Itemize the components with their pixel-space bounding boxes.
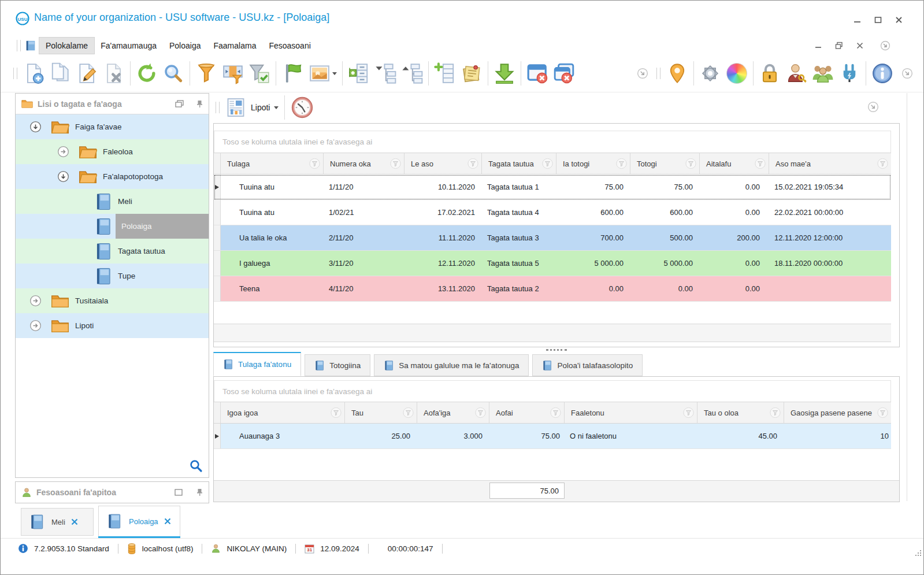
users-icon[interactable] [810, 60, 836, 87]
filter-funnel-icon[interactable] [877, 407, 888, 418]
filter-icon[interactable] [193, 60, 220, 87]
window-close-button[interactable] [891, 13, 906, 26]
filter-settings-icon[interactable] [220, 60, 246, 87]
menu-item-poloaiga[interactable]: Poloaiga [163, 38, 207, 54]
totogi-cell-with-warning[interactable]: 500.00 [630, 225, 700, 250]
settings-gear-icon[interactable] [697, 60, 723, 87]
filter-funnel-icon[interactable] [331, 407, 342, 418]
toolbar-grip[interactable] [17, 40, 21, 51]
column-header-gaosiga-pasene[interactable]: Gaosiga pasene pasene [784, 402, 891, 424]
tree-item-faiga-faavae[interactable]: Faiga fa'avae [16, 114, 209, 139]
copy-record-icon[interactable] [47, 60, 74, 87]
filter-funnel-icon[interactable] [390, 158, 401, 169]
tab-tulaga-faatonu[interactable]: Tulaga fa'atonu [213, 352, 301, 376]
pin-panel-icon[interactable] [196, 488, 203, 496]
filter-funnel-icon[interactable] [616, 158, 627, 169]
column-header-tagata-tautua[interactable]: Tagata tautua [482, 153, 556, 175]
image-mode-dropdown-caret[interactable] [332, 72, 337, 75]
filter-funnel-icon[interactable] [467, 158, 478, 169]
edit-record-icon[interactable] [74, 60, 101, 87]
column-header-igoa-igoa[interactable]: Igoa igoa [221, 402, 345, 424]
tree-item-faalapotopotoga[interactable]: Fa'alapotopotoga [16, 164, 209, 189]
table-row[interactable]: Tuuina atu 1/02/21 17.02.2021 Tagata tau… [214, 200, 891, 225]
doc-tab-meli[interactable]: Meli [21, 508, 94, 536]
column-header-faaletonu[interactable]: Faaletonu [565, 402, 697, 424]
tree-item-tupe[interactable]: Tupe [16, 264, 209, 288]
expand-groups-icon[interactable] [346, 60, 372, 87]
filter-funnel-icon[interactable] [309, 158, 320, 169]
filter-funnel-icon[interactable] [685, 158, 696, 169]
menu-item-faamaumauga[interactable]: Fa'amaumauga [94, 38, 163, 54]
search-icon[interactable] [160, 60, 187, 87]
column-header-ia-totogi[interactable]: Ia totogi [556, 153, 630, 175]
toolbar-grip[interactable] [13, 68, 17, 79]
tree-item-meli[interactable]: Meli [16, 189, 209, 214]
collapse-node-icon[interactable] [29, 121, 42, 133]
mdi-minimize-button[interactable] [810, 39, 826, 53]
menu-item-faamalama[interactable]: Faamalama [207, 38, 263, 54]
column-header-numera-oka[interactable]: Numera oka [324, 153, 405, 175]
menu-overflow-icon[interactable] [877, 39, 893, 53]
menu-item-polokalame[interactable]: Polokalame [39, 38, 94, 54]
column-header-aofaiga[interactable]: Aofa'iga [417, 402, 489, 424]
float-panel-icon[interactable] [175, 100, 184, 107]
flag-icon[interactable] [279, 60, 306, 87]
filter-apply-icon[interactable] [246, 60, 273, 87]
helper-panel-header[interactable]: Fesoasoani fa'apitoa [15, 481, 209, 503]
tree-item-lipoti[interactable]: Lipoti [16, 313, 209, 338]
time-report-icon[interactable] [291, 96, 314, 119]
filter-funnel-icon[interactable] [683, 407, 694, 418]
expand-node-icon[interactable] [29, 320, 42, 332]
pin-panel-icon[interactable] [196, 100, 203, 108]
column-header-le-aso[interactable]: Le aso [405, 153, 482, 175]
lock-icon[interactable] [756, 60, 783, 87]
notes-icon[interactable] [458, 60, 485, 87]
plugins-icon[interactable] [836, 60, 863, 87]
column-header-aso-maea[interactable]: Aso mae'a [769, 153, 891, 175]
column-header-aitalafu[interactable]: Aitalafu [700, 153, 769, 175]
toolbar-grip[interactable] [216, 102, 220, 113]
detail-table-row[interactable]: Auaunaga 3 25.00 3.000 75.00 O ni faalet… [214, 424, 891, 449]
tree-item-poloaiga-selected[interactable]: Poloaiga [16, 214, 209, 239]
window-minimize-button[interactable] [849, 13, 864, 26]
colors-icon[interactable] [723, 60, 750, 87]
window-maximize-button[interactable] [870, 13, 885, 26]
table-row[interactable]: Teena 4/11/20 13.11.2020 Tagata tautua 2… [214, 276, 891, 302]
column-header-tulaga[interactable]: Tulaga [221, 153, 324, 175]
export-icon[interactable] [491, 60, 518, 87]
column-header-tau[interactable]: Tau [345, 402, 417, 424]
image-mode-icon[interactable] [306, 60, 339, 87]
column-header-totogi[interactable]: Totogi [630, 153, 700, 175]
mdi-restore-button[interactable] [831, 39, 847, 53]
collapse-tree-icon[interactable] [372, 60, 399, 87]
close-tab-icon[interactable] [164, 518, 171, 525]
minimize-panel-icon[interactable] [175, 489, 183, 496]
collapse-node-icon[interactable] [57, 170, 69, 183]
user-permissions-icon[interactable] [783, 60, 810, 87]
column-header-aofai[interactable]: Aofai [489, 402, 565, 424]
filter-funnel-icon[interactable] [770, 407, 781, 418]
reports-button[interactable]: Lipoti [225, 97, 279, 118]
close-tab-icon[interactable] [71, 518, 78, 525]
group-by-hint[interactable]: Toso se koluma ulutala iinei e fa'avaseg… [214, 380, 891, 403]
expand-tree-icon[interactable] [399, 60, 425, 87]
tab-poloai-talafaasolopito[interactable]: Poloa'i talafaasolopito [532, 354, 643, 376]
tree-search-icon[interactable] [189, 459, 203, 473]
add-column-icon[interactable] [432, 60, 458, 87]
table-row[interactable]: Ua talia le oka 2/11/20 11.11.2020 Tagat… [214, 225, 891, 251]
expand-node-icon[interactable] [29, 295, 42, 307]
filter-funnel-icon[interactable] [403, 407, 414, 418]
close-all-windows-icon[interactable] [551, 60, 577, 87]
delete-record-icon[interactable] [101, 60, 127, 87]
refresh-icon[interactable] [133, 60, 160, 87]
doc-tab-poloaiga[interactable]: Poloaiga [98, 506, 180, 536]
resize-grip[interactable] [914, 549, 921, 556]
tab-sa-matou-galulue[interactable]: Sa matou galulue ma le fa'atonuga [374, 354, 529, 376]
location-icon[interactable] [664, 60, 691, 87]
group-by-hint[interactable]: Toso se koluma ulutala iinei e fa'avaseg… [214, 131, 891, 153]
mdi-close-button[interactable] [852, 39, 868, 53]
table-row[interactable]: Tuuina atu 1/11/20 10.11.2020 Tagata tau… [214, 175, 891, 200]
toolbar-overflow-icon[interactable] [901, 68, 913, 79]
tab-totogiina[interactable]: Totogiina [305, 354, 370, 376]
tree-item-tusitaiala[interactable]: Tusitaiala [16, 288, 209, 313]
